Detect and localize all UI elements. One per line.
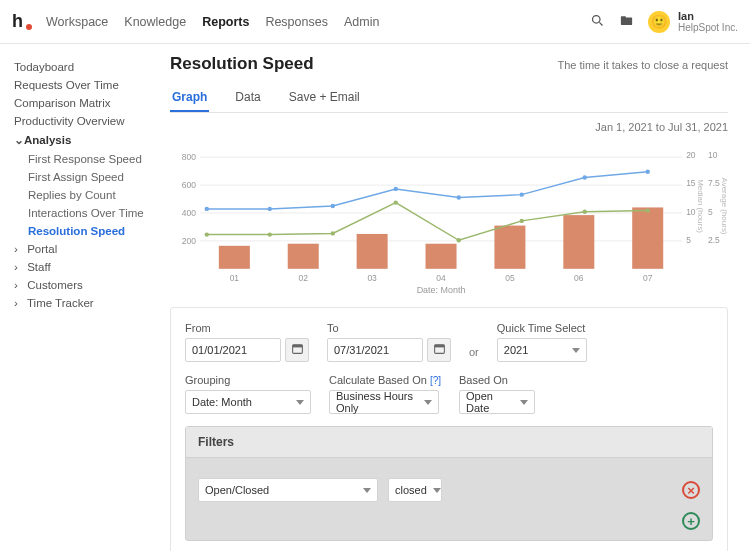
svg-text:01: 01 bbox=[230, 273, 240, 283]
user-org: HelpSpot Inc. bbox=[678, 22, 738, 33]
report-tabs: Graph Data Save + Email bbox=[170, 84, 728, 113]
svg-line-1 bbox=[599, 22, 602, 25]
report-date-range: Jan 1, 2021 to Jul 31, 2021 bbox=[170, 121, 728, 133]
svg-text:03: 03 bbox=[367, 273, 377, 283]
sidebar-item-staff[interactable]: › Staff bbox=[14, 258, 162, 276]
nav-knowledge[interactable]: Knowledge bbox=[124, 15, 186, 29]
chevron-right-icon: › bbox=[14, 243, 24, 255]
svg-text:07: 07 bbox=[643, 273, 653, 283]
calendar-icon bbox=[433, 342, 446, 358]
filter-value-select[interactable]: closed bbox=[388, 478, 442, 502]
sidebar-item-first-assign-speed[interactable]: First Assign Speed bbox=[14, 168, 162, 186]
svg-text:400: 400 bbox=[182, 208, 196, 218]
svg-rect-34 bbox=[632, 207, 663, 268]
remove-icon: × bbox=[687, 484, 695, 497]
or-separator: or bbox=[469, 346, 479, 362]
svg-rect-2 bbox=[621, 17, 632, 25]
svg-text:200: 200 bbox=[182, 236, 196, 246]
chevron-down-icon bbox=[424, 400, 432, 405]
svg-rect-54 bbox=[292, 345, 302, 348]
reports-sidebar: Todayboard Requests Over Time Comparison… bbox=[0, 44, 170, 551]
svg-point-39 bbox=[331, 204, 335, 208]
chevron-right-icon: › bbox=[14, 297, 24, 309]
svg-text:06: 06 bbox=[574, 273, 584, 283]
chevron-right-icon: › bbox=[14, 261, 24, 273]
based-on-label: Based On bbox=[459, 374, 535, 386]
grouping-label: Grouping bbox=[185, 374, 311, 386]
chevron-right-icon: › bbox=[14, 279, 24, 291]
svg-text:05: 05 bbox=[505, 273, 515, 283]
sidebar-item-customers[interactable]: › Customers bbox=[14, 276, 162, 294]
app-logo[interactable]: h bbox=[12, 11, 32, 32]
sidebar-item-replies-by-count[interactable]: Replies by Count bbox=[14, 186, 162, 204]
chevron-down-icon bbox=[363, 488, 371, 493]
sidebar-item-portal[interactable]: › Portal bbox=[14, 240, 162, 258]
calculate-help-link[interactable]: [?] bbox=[430, 375, 441, 386]
svg-point-51 bbox=[583, 210, 587, 214]
sidebar-item-requests-over-time[interactable]: Requests Over Time bbox=[14, 76, 162, 94]
svg-text:Average (hours): Average (hours) bbox=[720, 178, 728, 235]
svg-text:10: 10 bbox=[708, 150, 718, 160]
svg-rect-3 bbox=[621, 16, 626, 18]
search-icon[interactable] bbox=[590, 13, 605, 31]
nav-responses[interactable]: Responses bbox=[265, 15, 328, 29]
chevron-down-icon bbox=[520, 400, 528, 405]
nav-reports[interactable]: Reports bbox=[202, 15, 249, 29]
calculate-based-on-label: Calculate Based On [?] bbox=[329, 374, 441, 386]
grouping-select[interactable]: Date: Month bbox=[185, 390, 311, 414]
svg-point-45 bbox=[205, 232, 209, 236]
svg-rect-28 bbox=[426, 244, 457, 269]
svg-text:10: 10 bbox=[686, 207, 696, 217]
folder-icon[interactable] bbox=[619, 13, 634, 31]
from-date-picker-button[interactable] bbox=[285, 338, 309, 362]
svg-point-44 bbox=[646, 170, 650, 174]
chevron-down-icon bbox=[296, 400, 304, 405]
to-date-picker-button[interactable] bbox=[427, 338, 451, 362]
tab-save-email[interactable]: Save + Email bbox=[287, 84, 362, 112]
svg-text:02: 02 bbox=[299, 273, 309, 283]
to-date-input[interactable] bbox=[327, 338, 423, 362]
svg-rect-22 bbox=[219, 246, 250, 269]
from-label: From bbox=[185, 322, 309, 334]
filter-field-select[interactable]: Open/Closed bbox=[198, 478, 378, 502]
svg-text:5: 5 bbox=[686, 235, 691, 245]
sidebar-item-productivity-overview[interactable]: Productivity Overview bbox=[14, 112, 162, 130]
svg-text:7.5: 7.5 bbox=[708, 178, 720, 188]
svg-point-37 bbox=[205, 207, 209, 211]
svg-rect-32 bbox=[563, 215, 594, 269]
avatar: 🙂 bbox=[648, 11, 670, 33]
sidebar-item-comparison-matrix[interactable]: Comparison Matrix bbox=[14, 94, 162, 112]
add-filter-button[interactable]: + bbox=[682, 512, 700, 530]
sidebar-item-analysis[interactable]: ⌄Analysis bbox=[14, 130, 162, 150]
svg-point-49 bbox=[457, 238, 461, 242]
resolution-speed-chart: 20040060080051015202.557.510Median (hour… bbox=[170, 137, 728, 297]
nav-workspace[interactable]: Workspace bbox=[46, 15, 108, 29]
based-on-select[interactable]: Open Date bbox=[459, 390, 535, 414]
svg-point-42 bbox=[520, 192, 524, 196]
report-options-card: From To or Quick Time Select 2 bbox=[170, 307, 728, 551]
calendar-icon bbox=[291, 342, 304, 358]
svg-text:Median (hours): Median (hours) bbox=[696, 179, 705, 233]
sidebar-item-todayboard[interactable]: Todayboard bbox=[14, 58, 162, 76]
filters-heading: Filters bbox=[186, 427, 712, 458]
sidebar-item-first-response-speed[interactable]: First Response Speed bbox=[14, 150, 162, 168]
svg-point-41 bbox=[457, 195, 461, 199]
sidebar-item-resolution-speed[interactable]: Resolution Speed bbox=[14, 222, 162, 240]
to-label: To bbox=[327, 322, 451, 334]
svg-point-50 bbox=[520, 219, 524, 223]
svg-rect-56 bbox=[434, 345, 444, 348]
from-date-input[interactable] bbox=[185, 338, 281, 362]
svg-point-40 bbox=[394, 187, 398, 191]
svg-text:Date: Month: Date: Month bbox=[417, 285, 466, 295]
sidebar-item-time-tracker[interactable]: › Time Tracker bbox=[14, 294, 162, 312]
user-name: Ian bbox=[678, 10, 738, 22]
sidebar-item-interactions-over-time[interactable]: Interactions Over Time bbox=[14, 204, 162, 222]
calculate-based-on-select[interactable]: Business Hours Only bbox=[329, 390, 439, 414]
remove-filter-button[interactable]: × bbox=[682, 481, 700, 499]
quick-time-select[interactable]: 2021 bbox=[497, 338, 587, 362]
nav-admin[interactable]: Admin bbox=[344, 15, 379, 29]
tab-graph[interactable]: Graph bbox=[170, 84, 209, 112]
user-menu[interactable]: 🙂 Ian HelpSpot Inc. bbox=[648, 10, 738, 33]
top-nav: Workspace Knowledge Reports Responses Ad… bbox=[46, 15, 590, 29]
tab-data[interactable]: Data bbox=[233, 84, 262, 112]
